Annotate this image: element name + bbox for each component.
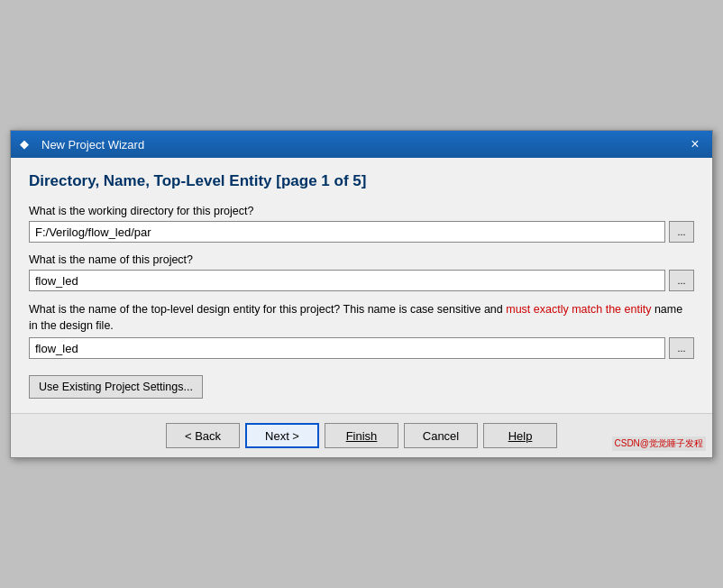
project-name-label: What is the name of this project?	[29, 253, 694, 266]
working-dir-row: ...	[29, 221, 694, 243]
use-existing-settings-button[interactable]: Use Existing Project Settings...	[29, 375, 203, 399]
close-button[interactable]: ×	[687, 136, 703, 152]
working-dir-input[interactable]	[29, 221, 665, 243]
wizard-icon: ◆	[20, 137, 34, 152]
working-dir-browse-button[interactable]: ...	[669, 221, 694, 243]
project-name-browse-button[interactable]: ...	[669, 270, 694, 291]
watermark: CSDN@觉觉睡子发程	[612, 436, 707, 451]
title-bar-left: ◆ New Project Wizard	[20, 137, 144, 152]
cancel-button[interactable]: Cancel	[404, 423, 478, 448]
back-button[interactable]: < Back	[166, 423, 240, 448]
help-button[interactable]: Help	[483, 423, 557, 448]
dialog-footer: < Back Next > Finish Cancel Help	[11, 413, 712, 457]
project-name-row: ...	[29, 270, 694, 291]
finish-button[interactable]: Finish	[325, 423, 398, 448]
top-level-entity-row: ...	[29, 337, 694, 359]
working-dir-label: What is the working directory for this p…	[29, 205, 694, 217]
title-bar-title: New Project Wizard	[41, 138, 144, 152]
top-level-description: What is the name of the top-level design…	[29, 302, 694, 334]
project-name-input[interactable]	[29, 270, 665, 291]
new-project-wizard-dialog: ◆ New Project Wizard × Directory, Name, …	[10, 130, 713, 458]
dialog-content: Directory, Name, Top-Level Entity [page …	[11, 158, 712, 413]
next-button[interactable]: Next >	[245, 423, 319, 448]
top-level-entity-browse-button[interactable]: ...	[669, 337, 694, 359]
title-bar: ◆ New Project Wizard ×	[11, 131, 712, 158]
top-level-entity-input[interactable]	[29, 337, 665, 359]
page-heading: Directory, Name, Top-Level Entity [page …	[29, 172, 694, 190]
